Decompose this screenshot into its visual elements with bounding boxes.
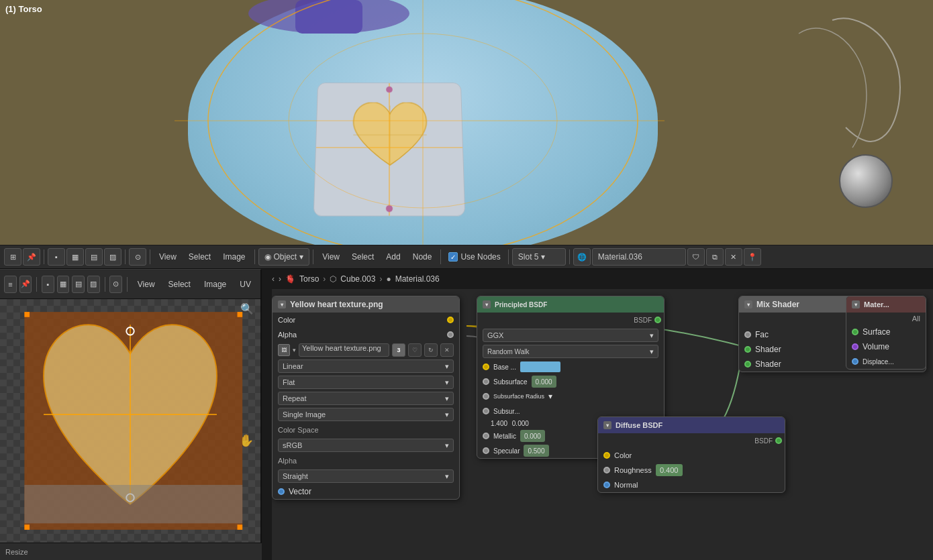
layout-btn-3[interactable]: ▤ — [85, 248, 103, 266]
uv-uv-btn[interactable]: UV — [234, 276, 256, 293]
pin-btn[interactable]: 📌 — [23, 248, 40, 266]
metallic-value[interactable]: 0.000 — [520, 430, 545, 442]
surface-socket[interactable] — [852, 329, 858, 335]
texture-image-node[interactable]: ▾ Yellow heart texture.png Color Alpha 🖼… — [272, 296, 460, 500]
interpolation-dropdown[interactable]: Linear ▾ — [278, 359, 454, 373]
interpolation-row[interactable]: Linear ▾ — [273, 358, 459, 374]
subsur-socket[interactable] — [483, 408, 489, 414]
metallic-socket[interactable] — [483, 433, 489, 439]
subsurface-socket[interactable] — [483, 378, 489, 385]
select2-menu-btn[interactable]: Select — [346, 248, 379, 266]
roughness-value[interactable]: 0.400 — [656, 464, 683, 476]
mix-shader-collapse-btn[interactable]: ▾ — [744, 300, 752, 309]
material-world-icon[interactable]: 🌐 — [573, 248, 591, 266]
volume-socket[interactable] — [852, 343, 858, 350]
bsdf-output-socket[interactable] — [654, 317, 661, 323]
principled-collapse-btn[interactable]: ▾ — [483, 300, 491, 309]
base-color-swatch[interactable] — [520, 361, 560, 372]
alpha-dropdown-row[interactable]: Straight ▾ — [273, 468, 459, 484]
alpha-dropdown[interactable]: Straight ▾ — [278, 469, 454, 483]
fac-socket[interactable] — [744, 331, 751, 338]
use-nodes-checkbox[interactable]: ✓ — [448, 252, 458, 262]
displacement-socket[interactable] — [852, 358, 858, 365]
subsurface-radius-socket[interactable] — [483, 393, 489, 400]
uv-layout-4[interactable]: ▨ — [87, 276, 100, 293]
uv-select-btn[interactable]: Select — [163, 276, 196, 293]
alpha-output-socket[interactable] — [447, 331, 454, 338]
material-name-field[interactable]: Material.036 — [592, 248, 686, 266]
layout-btn-2[interactable]: ▦ — [66, 248, 84, 266]
color-space-dropdown-row[interactable]: sRGB ▾ — [273, 437, 459, 453]
texture-collapse-btn[interactable]: ▾ — [278, 300, 286, 309]
nav-fwd-btn[interactable]: › — [279, 274, 281, 284]
diffuse-bsdf-socket[interactable] — [775, 437, 782, 444]
shader1-socket[interactable] — [744, 346, 751, 353]
diffuse-collapse-btn[interactable]: ▾ — [603, 421, 611, 429]
copy-icon[interactable]: ⧉ — [706, 248, 724, 266]
uv-editor[interactable]: ≡ 📌 ▪ ▦ ▤ ▨ ⊙ View Select Image UV — [0, 269, 262, 560]
view2-menu-btn[interactable]: View — [317, 248, 345, 266]
shader2-socket[interactable] — [744, 361, 751, 368]
slot-dropdown[interactable]: Slot 5 ▾ — [512, 248, 566, 266]
subsurface-value[interactable]: 0.000 — [532, 376, 556, 388]
view-menu-btn[interactable]: View — [154, 248, 182, 266]
breadcrumb-torso[interactable]: Torso — [299, 274, 319, 284]
distribution-dropdown[interactable]: GGX ▾ — [483, 329, 658, 342]
uv-layout-2[interactable]: ▦ — [57, 276, 70, 293]
zoom-icon[interactable]: 🔍 — [240, 302, 254, 315]
breadcrumb-material[interactable]: Material.036 — [395, 274, 440, 284]
uv-layout-3[interactable]: ▤ — [72, 276, 85, 293]
vector-input-socket[interactable] — [278, 488, 285, 495]
close-image-btn[interactable]: ✕ — [440, 343, 454, 357]
interpolation-arrow: ▾ — [445, 362, 449, 371]
uv-image-btn[interactable]: Image — [199, 276, 232, 293]
uv-layout-1[interactable]: ▪ — [42, 276, 54, 293]
node-editor[interactable]: ▾ Yellow heart texture.png Color Alpha 🖼… — [272, 289, 933, 560]
specular-value[interactable]: 0.500 — [524, 445, 548, 457]
extension-dropdown[interactable]: Repeat ▾ — [278, 392, 454, 405]
object-mode-dropdown[interactable]: ◉ Object ▾ — [258, 248, 310, 266]
uv-pin-btn[interactable]: 📌 — [19, 276, 32, 293]
breadcrumb-cube[interactable]: Cube.003 — [340, 274, 375, 284]
nav-back-btn[interactable]: ‹ — [272, 274, 275, 284]
material-output-collapse-btn[interactable]: ▾ — [852, 300, 860, 309]
add-menu-btn[interactable]: Add — [381, 248, 405, 266]
3d-viewport[interactable]: (1) Torso — [0, 0, 933, 245]
subsurface-method-dropdown[interactable]: Random Walk ▾ — [483, 345, 658, 358]
base-color-socket[interactable] — [483, 363, 489, 370]
use-nodes-toggle[interactable]: ✓ Use Nodes — [444, 252, 504, 262]
pin-material-btn[interactable]: 📍 — [744, 248, 761, 266]
color-output-socket[interactable] — [447, 317, 454, 323]
image-name-field[interactable]: Yellow heart texture.png — [299, 343, 389, 357]
material-output-node[interactable]: ▾ Mater... All Surface Volume Displace..… — [846, 296, 926, 370]
layout-btn-1[interactable]: ▪ — [48, 248, 65, 266]
tool-mode-btn[interactable]: ⊞ — [4, 248, 21, 266]
reload-btn[interactable]: ↻ — [424, 343, 438, 357]
image-menu-btn[interactable]: Image — [217, 248, 250, 266]
diffuse-color-socket[interactable] — [603, 452, 610, 459]
extension-row[interactable]: Repeat ▾ — [273, 390, 459, 406]
layout-btn-4[interactable]: ▨ — [104, 248, 121, 266]
source-row[interactable]: Single Image ▾ — [273, 406, 459, 423]
source-dropdown[interactable]: Single Image ▾ — [278, 408, 454, 421]
node-menu-btn[interactable]: Node — [407, 248, 438, 266]
uv-canvas[interactable]: ✋ 🔍 — [0, 299, 260, 543]
diffuse-bsdf-node[interactable]: ▾ Diffuse BSDF BSDF Color Roughness 0.40… — [597, 416, 785, 493]
color-space-dropdown[interactable]: sRGB ▾ — [278, 439, 454, 452]
projection-row[interactable]: Flat ▾ — [273, 374, 459, 390]
uv-view-btn[interactable]: View — [132, 276, 160, 293]
roughness-socket[interactable] — [603, 467, 610, 473]
uv-overlay-btn[interactable]: ⊙ — [109, 276, 122, 293]
specular-socket[interactable] — [483, 447, 489, 454]
close-material-btn[interactable]: ✕ — [725, 248, 742, 266]
distribution-row[interactable]: GGX ▾ — [477, 327, 664, 343]
heart-icon-btn[interactable]: ♡ — [408, 343, 422, 357]
subsurface-method-row[interactable]: Random Walk ▾ — [477, 343, 664, 359]
uv-mode-btn[interactable]: ≡ — [4, 276, 17, 293]
overlay-btn[interactable]: ⊙ — [129, 248, 146, 266]
normal-socket[interactable] — [603, 482, 610, 488]
projection-dropdown[interactable]: Flat ▾ — [278, 376, 454, 389]
shield-icon[interactable]: 🛡 — [687, 248, 705, 266]
diffuse-bsdf-label: BSDF — [754, 437, 773, 445]
select-menu-btn[interactable]: Select — [183, 248, 216, 266]
